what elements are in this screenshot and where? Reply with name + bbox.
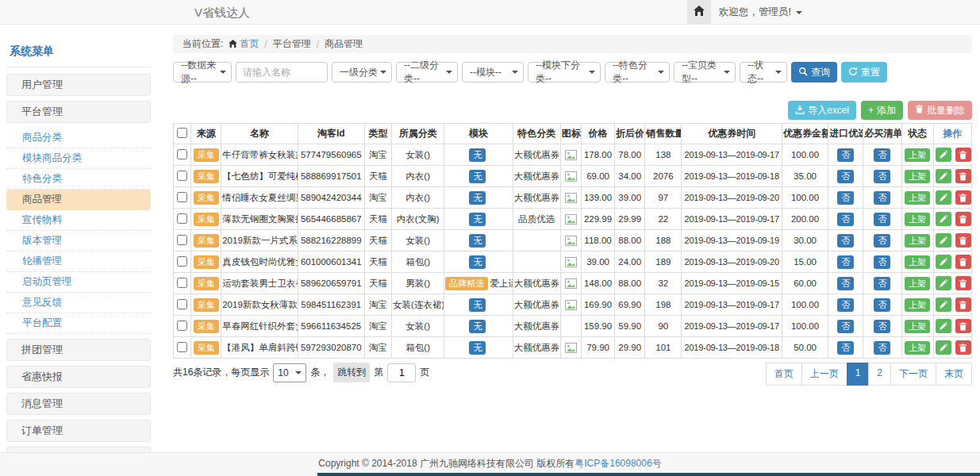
delete-button[interactable] xyxy=(955,255,971,269)
status-badge[interactable]: 上架 xyxy=(905,191,930,205)
delete-button[interactable] xyxy=(955,148,971,162)
status-badge[interactable]: 上架 xyxy=(905,341,930,355)
must-buy-toggle-badge[interactable]: 否 xyxy=(874,191,890,205)
page-button[interactable]: 2 xyxy=(868,363,891,386)
filter-select-module[interactable]: --模块-- xyxy=(462,62,524,83)
sidebar-group-users[interactable]: 用户管理 xyxy=(6,74,151,96)
imported-toggle-badge[interactable]: 否 xyxy=(837,320,854,333)
page-button[interactable]: 下一页 xyxy=(890,363,936,386)
filter-select-status[interactable]: --状态-- xyxy=(740,62,787,83)
row-checkbox[interactable] xyxy=(177,213,187,224)
edit-button[interactable] xyxy=(936,340,951,355)
breadcrumb-home-link[interactable]: 首页 xyxy=(229,37,259,51)
sidebar-group-platform[interactable]: 平台管理 xyxy=(6,101,151,123)
filter-select-level2-category[interactable]: --二级分类-- xyxy=(396,62,458,83)
status-badge[interactable]: 上架 xyxy=(905,255,930,269)
row-checkbox[interactable] xyxy=(177,235,187,245)
must-buy-toggle-badge[interactable]: 否 xyxy=(874,148,890,162)
status-badge[interactable]: 上架 xyxy=(905,320,930,333)
delete-button[interactable] xyxy=(955,340,971,355)
select-all-checkbox[interactable] xyxy=(177,128,187,138)
import-excel-button[interactable]: 导入excel xyxy=(788,101,856,120)
row-checkbox[interactable] xyxy=(177,321,187,331)
sidebar-item[interactable]: 平台配置 xyxy=(6,313,151,334)
row-checkbox[interactable] xyxy=(177,171,187,181)
sidebar-group[interactable]: 拼团管理 xyxy=(6,339,151,361)
delete-button[interactable] xyxy=(955,319,971,333)
row-checkbox[interactable] xyxy=(177,278,187,288)
row-checkbox[interactable] xyxy=(177,256,187,267)
row-checkbox[interactable] xyxy=(177,342,187,352)
imported-toggle-badge[interactable]: 否 xyxy=(837,341,854,355)
sidebar-item[interactable]: 模块商品分类 xyxy=(6,148,151,169)
delete-button[interactable] xyxy=(955,298,971,312)
status-badge[interactable]: 上架 xyxy=(905,298,930,312)
sidebar-item[interactable]: 启动页管理 xyxy=(6,272,151,293)
user-menu[interactable]: 欢迎您，管理员! xyxy=(719,0,802,25)
imported-toggle-badge[interactable]: 否 xyxy=(837,298,854,312)
row-checkbox[interactable] xyxy=(177,192,187,202)
row-checkbox[interactable] xyxy=(177,149,187,159)
sidebar-group[interactable]: 订单管理 xyxy=(6,420,151,442)
imported-toggle-badge[interactable]: 否 xyxy=(837,234,854,248)
filter-select-item-type[interactable]: --宝贝类型-- xyxy=(674,62,736,83)
edit-button[interactable] xyxy=(936,255,951,269)
edit-button[interactable] xyxy=(936,298,951,312)
batch-delete-button[interactable]: 批量删除 xyxy=(908,101,972,120)
sidebar-item[interactable]: 特色分类 xyxy=(6,169,151,190)
must-buy-toggle-badge[interactable]: 否 xyxy=(874,213,890,226)
delete-button[interactable] xyxy=(955,212,971,226)
edit-button[interactable] xyxy=(936,212,951,226)
sidebar-item[interactable]: 商品分类 xyxy=(6,128,151,148)
imported-toggle-badge[interactable]: 否 xyxy=(837,213,854,226)
sidebar-item[interactable]: 商品管理 xyxy=(6,190,151,210)
filter-select-feature-category[interactable]: --特色分类-- xyxy=(605,62,670,83)
jump-button[interactable]: 跳转到 xyxy=(333,363,370,382)
icp-link[interactable]: 粤ICP备16098006号 xyxy=(575,458,661,469)
sidebar-item[interactable]: 版本管理 xyxy=(6,231,151,251)
sidebar-group[interactable]: 消息管理 xyxy=(6,393,151,415)
page-button[interactable]: 上一页 xyxy=(801,363,847,386)
edit-button[interactable] xyxy=(936,169,951,183)
imported-toggle-badge[interactable]: 否 xyxy=(837,255,854,269)
home-button[interactable] xyxy=(687,0,711,24)
edit-button[interactable] xyxy=(936,148,951,162)
must-buy-toggle-badge[interactable]: 否 xyxy=(874,320,890,333)
row-checkbox[interactable] xyxy=(177,299,187,309)
status-badge[interactable]: 上架 xyxy=(905,234,930,248)
page-number-input[interactable] xyxy=(387,363,416,382)
must-buy-toggle-badge[interactable]: 否 xyxy=(874,255,890,269)
edit-button[interactable] xyxy=(936,276,951,290)
filter-select-module-subcategory[interactable]: --模块下分类-- xyxy=(528,62,601,83)
status-badge[interactable]: 上架 xyxy=(905,170,930,183)
imported-toggle-badge[interactable]: 否 xyxy=(837,191,854,205)
must-buy-toggle-badge[interactable]: 否 xyxy=(874,277,890,290)
status-badge[interactable]: 上架 xyxy=(905,213,930,226)
edit-button[interactable] xyxy=(936,190,951,205)
delete-button[interactable] xyxy=(955,276,971,290)
imported-toggle-badge[interactable]: 否 xyxy=(837,170,854,183)
name-search-input[interactable] xyxy=(236,62,328,83)
delete-button[interactable] xyxy=(955,233,971,248)
sidebar-item[interactable]: 宣传物料 xyxy=(6,210,151,231)
status-badge[interactable]: 上架 xyxy=(905,277,930,290)
edit-button[interactable] xyxy=(936,233,951,248)
page-size-select[interactable]: 10 xyxy=(273,363,306,382)
sidebar-item[interactable]: 轮播管理 xyxy=(6,251,151,272)
sidebar-group[interactable]: 省惠快报 xyxy=(6,366,151,388)
imported-toggle-badge[interactable]: 否 xyxy=(837,148,854,162)
delete-button[interactable] xyxy=(955,169,971,183)
must-buy-toggle-badge[interactable]: 否 xyxy=(874,341,890,355)
page-button[interactable]: 1 xyxy=(847,363,870,386)
reset-button[interactable]: 重置 xyxy=(841,62,887,83)
must-buy-toggle-badge[interactable]: 否 xyxy=(874,298,890,312)
filter-select-level1-category[interactable]: 一级分类 xyxy=(332,62,392,83)
page-button[interactable]: 末页 xyxy=(936,363,972,386)
must-buy-toggle-badge[interactable]: 否 xyxy=(874,170,890,183)
imported-toggle-badge[interactable]: 否 xyxy=(837,277,854,290)
must-buy-toggle-badge[interactable]: 否 xyxy=(874,234,890,248)
page-button[interactable]: 首页 xyxy=(766,363,802,386)
filter-select-data-source[interactable]: --数据来源-- xyxy=(173,62,232,83)
delete-button[interactable] xyxy=(955,190,971,205)
sidebar-item[interactable]: 意见反馈 xyxy=(6,293,151,313)
